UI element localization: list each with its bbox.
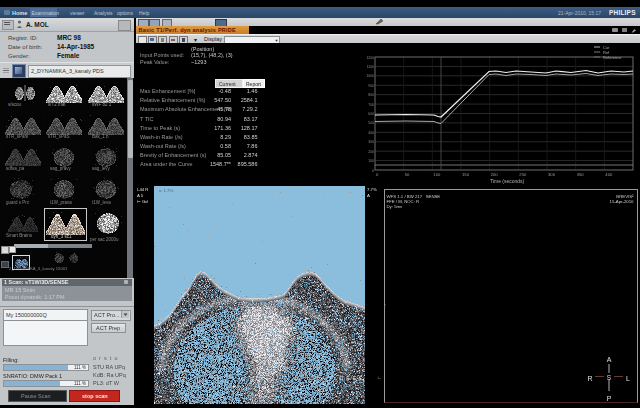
- svg-text:P: P: [606, 395, 611, 402]
- svg-text:S: S: [606, 374, 611, 381]
- svg-text:300: 300: [368, 140, 374, 144]
- svg-text:150: 150: [462, 172, 470, 177]
- svg-text:400: 400: [605, 172, 613, 177]
- svg-text:700: 700: [368, 103, 374, 107]
- svg-text:0: 0: [376, 172, 379, 177]
- svg-text:1000: 1000: [366, 74, 374, 78]
- svg-text:Time (seconds): Time (seconds): [490, 178, 525, 184]
- svg-text:Reference: Reference: [603, 55, 622, 60]
- svg-text:300: 300: [548, 172, 556, 177]
- svg-text:250: 250: [519, 172, 527, 177]
- svg-text:100: 100: [433, 172, 441, 177]
- svg-text:100: 100: [368, 159, 374, 163]
- svg-text:350: 350: [577, 172, 585, 177]
- svg-text:L: L: [626, 375, 630, 382]
- svg-text:1200: 1200: [366, 56, 374, 60]
- svg-text:400: 400: [368, 131, 374, 135]
- svg-text:600: 600: [368, 112, 374, 116]
- svg-text:200: 200: [368, 150, 374, 154]
- svg-text:1100: 1100: [367, 65, 374, 69]
- svg-text:A: A: [606, 356, 611, 363]
- svg-text:50: 50: [405, 172, 410, 177]
- svg-text:R: R: [587, 375, 592, 382]
- svg-text:900: 900: [368, 84, 374, 88]
- svg-text:500: 500: [368, 121, 374, 125]
- svg-text:800: 800: [368, 93, 374, 97]
- svg-text:200: 200: [491, 172, 499, 177]
- svg-text:0: 0: [372, 169, 374, 173]
